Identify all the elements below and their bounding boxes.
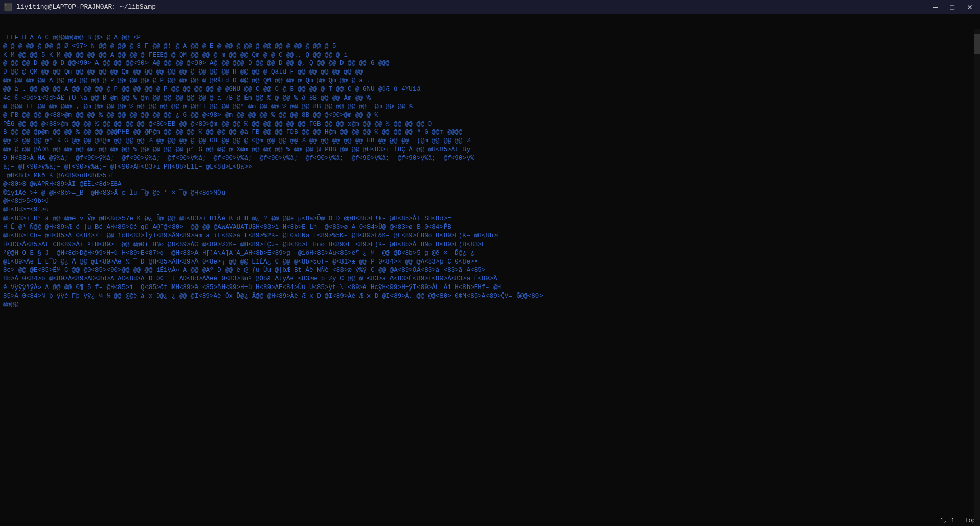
terminal-line: @@ @ @@ @ÀDB @@ @@ @@ @m @@ @@ @@ % @@ @… (3, 146, 977, 154)
title-bar-controls: ─ □ ✕ (930, 4, 976, 11)
terminal-line: @<80>8 @WAPRH<89>ÂI @EÈL<8d>EBÄ (3, 180, 977, 189)
terminal-line: H L̄ @¹ N̄@@ @H<89>Æ ó |u Bó ÄH<89>Çé gû… (3, 223, 977, 232)
terminal-line: â;– @f<90>ÿ%â;– @f<90>ÿ%â;– @f<90>ÀH<83>… (3, 163, 977, 172)
terminal-line: é VÿÿÿïÿÀ» A @@ @@ 0¶ 5=f– @H<85>ì ¯Q<85… (3, 283, 977, 292)
terminal-line: @@ @@ @@ @@ A @@ @@ @@ @@ @ P @@ @@ @@ @… (3, 77, 977, 85)
terminal-line: ELF B A A C @@@@@@@@ B @> @ A @@ <P (3, 34, 977, 42)
terminal-line: ©1ÿ1Àè >÷ @ @H<8b>=_B– @H<83>Ä è Îu ¯@ @… (3, 189, 977, 198)
close-button[interactable]: ✕ (964, 4, 976, 11)
terminal-line: B @@ @@ @p@m @@ @@ % @@ @@ @@@PHB @@ @P@… (3, 128, 977, 137)
terminal-line: @H<8b>ECh– @H<85>À 0<84>²ì @@ 1öH<83>ÌÿI… (3, 232, 977, 241)
terminal-line: @H<8d> Mkð K @A<89>ñH<8d>5¬É (3, 172, 977, 180)
terminal-line: @ @@ @@ D @@ @ D @@<90> A @@ @@ @@<90> A… (3, 59, 977, 68)
maximize-button[interactable]: □ (947, 4, 958, 11)
terminal-line: @H<83>ì H° â @@ @@è v V̄@ @H<8d>57ë K @¿… (3, 214, 977, 223)
cursor-position: 1, 1 (940, 517, 955, 525)
minimize-button[interactable]: ─ (930, 4, 941, 11)
terminal-line: @ @ @ @@ @ @@ @ Ø <97> N @@ @ @@ @ 8 F @… (3, 42, 977, 51)
terminal-line: PÈG @@ @@ @<88>@m @@ @@ % @@ @@ @@ @@ @<… (3, 120, 977, 129)
terminal-line: @@@@ (3, 301, 977, 309)
terminal-line: ²@̄@H O̅ E § J– @H<8d>D@H<99>H÷ù H<89>E<… (3, 249, 977, 258)
terminal-line: H<83>À<85>Àt CH<89>Àì ²+H<89>ì @@ @@0ì H… (3, 241, 977, 249)
terminal-line: D @@ @ QM @@ @@ Qm @@ @@ @@ @@ Qm @@ @@ … (3, 68, 977, 77)
scrollbar-thumb[interactable] (974, 34, 980, 54)
terminal-line: K M @@ @@ 5 K M @@ @@ @@ @@ A @@ @@ @ FË… (3, 51, 977, 60)
scrollbar[interactable] (974, 29, 980, 526)
terminal-line: @@ % @@ @@ @° ¾ G @@ @@ @8@m @@ @@ @@ % … (3, 137, 977, 146)
terminal-line: Đ H<83>À HÄ @ÿ%â;– @f<90>ÿ%â;– @f<90>ÿ%â… (3, 154, 977, 163)
terminal-content: ELF B A A C @@@@@@@@ B @> @ A @@ <P@ @ @… (0, 14, 980, 526)
title-bar: ⬛ liyiting@LAPTOP-PRAJN0AR: ~/libSamp ─ … (0, 0, 980, 14)
terminal-line: 8e> @@ @E<85>É¾ C @@ @0<85><90>@@ @@ @@ … (3, 266, 977, 275)
terminal-icon: ⬛ (4, 3, 12, 11)
terminal-line: @@ à . @@ @@ @@ A @@ @@ @@ @ P @@ @@ @@ … (3, 85, 977, 94)
terminal-line: 8b>À 0<84>b @<89>À<89>ÀD<8d>A AD<8d>A D̄… (3, 275, 977, 283)
terminal-line: @I<89>Àè Ê È̅ D @¿ Â @@ @I<89>Àè ½ ¯ D @… (3, 258, 977, 267)
terminal-line: 4è ® <9d>î<9d>Â£ (O \á @@ Đ @m @@ % @m @… (3, 94, 977, 103)
terminal-line: @H<8d>5<9b>ú (3, 197, 977, 206)
title-bar-left: ⬛ liyiting@LAPTOP-PRAJN0AR: ~/libSamp (4, 3, 156, 11)
terminal-line: 85>À 0<84>N þ ÿÿé Fþ ÿÿ¿ ¼ ¾ @@ @̄@è à x… (3, 292, 977, 301)
terminal-line: @H<8d>=<9f>ú (3, 206, 977, 214)
terminal-line: @ @@@ fI @@ @@ @@@ , @m @@ @@ @@ % @@ @@… (3, 103, 977, 111)
terminal-line: @ FB @@ @@ @<88>@m @@ @@ % @@ @@ @@ @@ @… (3, 111, 977, 120)
terminal-body[interactable]: ELF B A A C @@@@@@@@ B @> @ A @@ <P@ @ @… (0, 14, 980, 526)
window-container: ⬛ liyiting@LAPTOP-PRAJN0AR: ~/libSamp ─ … (0, 0, 980, 526)
window-title: liyiting@LAPTOP-PRAJN0AR: ~/libSamp (16, 3, 156, 11)
